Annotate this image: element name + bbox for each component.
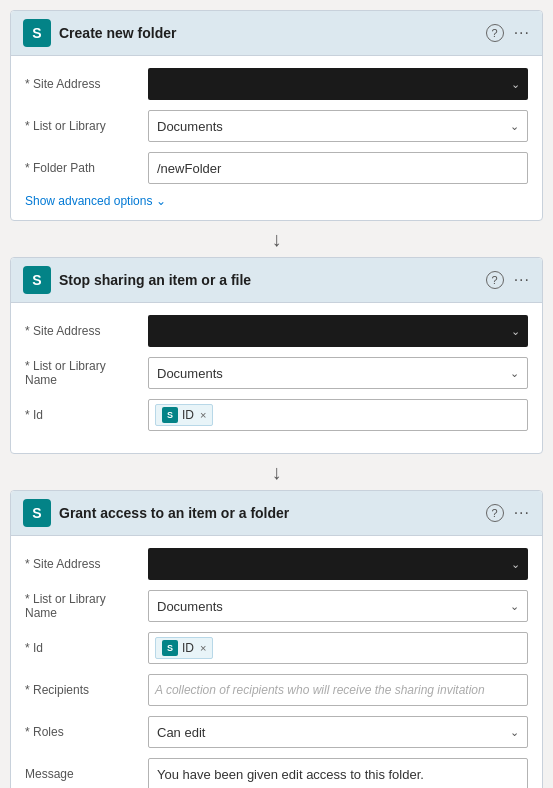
input-site-address-2: ⌄ [148,315,528,347]
label-site-address-2: * Site Address [25,324,140,338]
card-header-stop-sharing: S Stop sharing an item or a file ? ··· [11,258,542,303]
message-value: You have been given edit access to this … [157,767,424,782]
chevron-list-library-1: ⌄ [510,120,519,133]
site-address-input-1[interactable] [148,68,528,100]
help-icon-1[interactable]: ? [486,24,504,42]
black-input-wrapper-3[interactable]: ⌄ [148,548,528,580]
dropdown-value-list-library-1: Documents [157,119,223,134]
label-id-2: * Id [25,408,140,422]
black-input-wrapper-2[interactable]: ⌄ [148,315,528,347]
site-address-input-3[interactable] [148,548,528,580]
input-list-library-1[interactable]: Documents ⌄ [148,110,528,142]
dropdown-list-library-3[interactable]: Documents ⌄ [148,590,528,622]
more-icon-2[interactable]: ··· [514,271,530,289]
card-header-actions-2: ? ··· [486,271,530,289]
id-tag-icon-2: S [162,407,178,423]
input-list-library-3[interactable]: Documents ⌄ [148,590,528,622]
label-recipients: * Recipients [25,683,140,697]
folder-path-input[interactable]: /newFolder [148,152,528,184]
tag-input-id-2[interactable]: S ID × [148,399,528,431]
id-tag-2: S ID × [155,404,213,426]
id-tag-label-3: ID [182,641,194,655]
input-recipients[interactable]: A collection of recipients who will rece… [148,674,528,706]
label-id-3: * Id [25,641,140,655]
label-message: Message [25,767,140,781]
message-input[interactable]: You have been given edit access to this … [148,758,528,788]
more-icon-1[interactable]: ··· [514,24,530,42]
card-icon-create-folder: S [23,19,51,47]
label-site-address-1: * Site Address [25,77,140,91]
chevron-list-library-3: ⌄ [510,600,519,613]
recipients-input[interactable]: A collection of recipients who will rece… [148,674,528,706]
field-list-library-3: * List or Library Name Documents ⌄ [25,590,528,622]
card-header-actions-3: ? ··· [486,504,530,522]
id-tag-label-2: ID [182,408,194,422]
field-id-2: * Id S ID × [25,399,528,431]
field-roles: * Roles Can edit ⌄ [25,716,528,748]
card-grant-access: S Grant access to an item or a folder ? … [10,490,543,788]
field-site-address-1: * Site Address ⌄ [25,68,528,100]
label-folder-path: * Folder Path [25,161,140,175]
field-list-library-1: * List or Library Documents ⌄ [25,110,528,142]
card-header-grant-access: S Grant access to an item or a folder ? … [11,491,542,536]
card-title-create-folder: Create new folder [59,25,478,41]
site-address-input-2[interactable] [148,315,528,347]
label-list-library-2: * List or Library Name [25,359,140,387]
folder-path-value: /newFolder [157,161,221,176]
recipients-placeholder: A collection of recipients who will rece… [155,683,485,697]
field-site-address-2: * Site Address ⌄ [25,315,528,347]
id-tag-remove-3[interactable]: × [200,642,206,654]
card-header-create-folder: S Create new folder ? ··· [11,11,542,56]
card-create-folder: S Create new folder ? ··· * Site Address… [10,10,543,221]
field-id-3: * Id S ID × [25,632,528,664]
show-advanced-options[interactable]: Show advanced options ⌄ [25,194,528,208]
card-body-grant-access: * Site Address ⌄ * List or Library Name … [11,536,542,788]
dropdown-roles[interactable]: Can edit ⌄ [148,716,528,748]
chevron-roles: ⌄ [510,726,519,739]
dropdown-value-roles: Can edit [157,725,205,740]
label-roles: * Roles [25,725,140,739]
card-header-actions-1: ? ··· [486,24,530,42]
card-icon-grant-access: S [23,499,51,527]
label-list-library-3: * List or Library Name [25,592,140,620]
field-message: Message You have been given edit access … [25,758,528,788]
dropdown-list-library-2[interactable]: Documents ⌄ [148,357,528,389]
chevron-list-library-2: ⌄ [510,367,519,380]
help-icon-3[interactable]: ? [486,504,504,522]
card-title-stop-sharing: Stop sharing an item or a file [59,272,478,288]
connector-arrow-1: ↓ [10,221,543,257]
dropdown-value-list-library-2: Documents [157,366,223,381]
id-tag-3: S ID × [155,637,213,659]
input-site-address-3: ⌄ [148,548,528,580]
field-list-library-2: * List or Library Name Documents ⌄ [25,357,528,389]
field-folder-path: * Folder Path /newFolder [25,152,528,184]
input-folder-path[interactable]: /newFolder [148,152,528,184]
input-id-2[interactable]: S ID × [148,399,528,431]
id-tag-remove-2[interactable]: × [200,409,206,421]
black-input-wrapper-1[interactable]: ⌄ [148,68,528,100]
card-title-grant-access: Grant access to an item or a folder [59,505,478,521]
card-body-create-folder: * Site Address ⌄ * List or Library Docum… [11,56,542,220]
tag-input-id-3[interactable]: S ID × [148,632,528,664]
card-icon-stop-sharing: S [23,266,51,294]
help-icon-2[interactable]: ? [486,271,504,289]
input-roles[interactable]: Can edit ⌄ [148,716,528,748]
card-body-stop-sharing: * Site Address ⌄ * List or Library Name … [11,303,542,453]
dropdown-list-library-1[interactable]: Documents ⌄ [148,110,528,142]
card-stop-sharing: S Stop sharing an item or a file ? ··· *… [10,257,543,454]
id-tag-icon-3: S [162,640,178,656]
input-site-address-1: ⌄ [148,68,528,100]
dropdown-value-list-library-3: Documents [157,599,223,614]
field-recipients: * Recipients A collection of recipients … [25,674,528,706]
label-list-library-1: * List or Library [25,119,140,133]
connector-arrow-2: ↓ [10,454,543,490]
label-site-address-3: * Site Address [25,557,140,571]
input-message[interactable]: You have been given edit access to this … [148,758,528,788]
input-id-3[interactable]: S ID × [148,632,528,664]
input-list-library-2[interactable]: Documents ⌄ [148,357,528,389]
more-icon-3[interactable]: ··· [514,504,530,522]
field-site-address-3: * Site Address ⌄ [25,548,528,580]
